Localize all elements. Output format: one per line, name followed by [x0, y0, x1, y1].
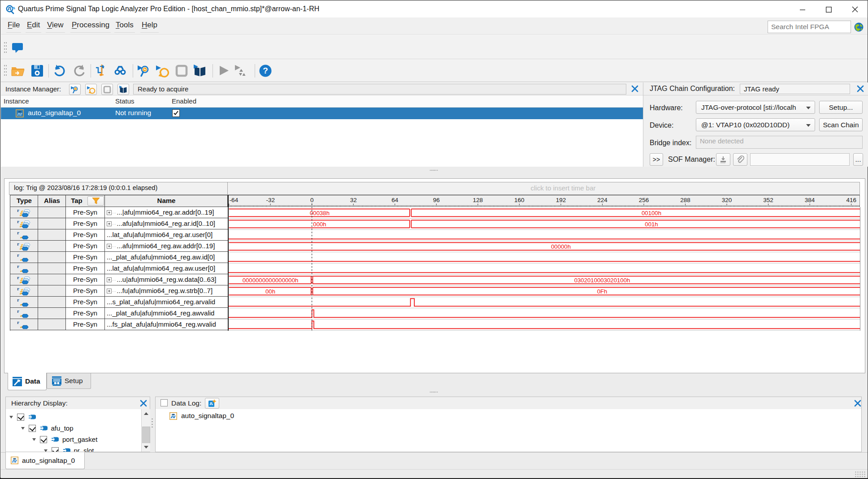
tree-node-afu_top[interactable]: afu_top	[21, 423, 74, 434]
toolbar-drag-handle[interactable]	[4, 41, 7, 55]
data-log-checkbox[interactable]	[161, 399, 168, 406]
tree-node-port_gasket[interactable]: port_gasket	[32, 434, 97, 445]
column-header-name[interactable]: Name	[105, 197, 228, 204]
sof-attach-button[interactable]	[733, 153, 747, 166]
search-input[interactable]	[768, 21, 851, 33]
instance-row[interactable]: auto_signaltap_0 Not running	[1, 108, 643, 119]
signal-row[interactable]: rPre-Syn··...afu|mmio64_reg.aw.addr[0..1…	[10, 241, 228, 252]
tab-setup[interactable]: Setup	[47, 373, 91, 389]
stop-icon[interactable]	[174, 63, 189, 78]
scroll-up-icon[interactable]	[142, 410, 150, 418]
menu-view[interactable]: View	[47, 21, 64, 30]
redo-icon[interactable]	[72, 63, 87, 78]
scrollbar-thumb[interactable]	[142, 427, 150, 444]
signal-name-cell[interactable]: ...lat_afu|afu|mmio64_reg.aw.user[0]	[105, 263, 228, 274]
device-select[interactable]: @1: VTAP10 (0x020D10DD)	[696, 118, 815, 131]
signal-name-cell[interactable]: ··...afu|mmio64_reg.aw.addr[0..19]	[105, 241, 228, 251]
signal-alias[interactable]	[38, 285, 66, 296]
stop-analysis-button[interactable]	[101, 84, 113, 95]
save-icon[interactable]	[30, 63, 45, 78]
maximize-button[interactable]	[819, 4, 838, 15]
signal-row[interactable]: rPre-Syn...lat_afu|afu|mmio64_reg.aw.use…	[10, 263, 228, 274]
sof-browse-button[interactable]: ...	[853, 153, 863, 166]
expand-icon[interactable]	[107, 289, 112, 293]
signal-row[interactable]: rPre-Syn··...|afu|mmio64_reg.ar.addr[0..…	[10, 207, 228, 218]
enabled-checkbox[interactable]	[172, 109, 180, 117]
tree-checkbox[interactable]	[17, 414, 24, 421]
scroll-down-icon[interactable]	[142, 443, 150, 451]
signal-alias[interactable]	[38, 252, 66, 263]
globe-icon[interactable]	[854, 22, 864, 32]
signal-row[interactable]: rPre-Syn..._plat_afu|afu|mmio64_reg.awva…	[10, 308, 228, 319]
instance-column-instance[interactable]: Instance	[4, 97, 29, 105]
expand-icon[interactable]	[107, 244, 112, 249]
instance-manager-close-icon[interactable]	[630, 84, 639, 93]
menu-processing[interactable]: Processing	[72, 21, 109, 30]
waveform-plot[interactable]: 00038h00100h000h001h00000h00000000000000…	[229, 203, 860, 332]
bridge-index-field[interactable]: None detected	[696, 136, 863, 149]
tree-node-pr_slot[interactable]: pr_slot	[44, 445, 94, 452]
signal-name-cell[interactable]: ··...|afu|mmio64_reg.ar.addr[0..19]	[105, 207, 228, 218]
signal-alias[interactable]	[38, 263, 66, 274]
rerun-analysis-button[interactable]	[85, 84, 97, 95]
minimize-button[interactable]	[793, 4, 812, 15]
title-bar[interactable]: Quartus Prime Signal Tap Logic Analyzer …	[1, 1, 868, 17]
tab-data[interactable]: Data	[8, 373, 47, 390]
horizontal-splitter-handle[interactable]	[430, 169, 438, 171]
read-data-button[interactable]	[117, 84, 129, 95]
column-header-tap[interactable]: Tap	[66, 197, 87, 204]
signal-row[interactable]: rPre-Syn...fs_plat_afu|afu|mmio64_reg.wv…	[10, 319, 228, 330]
find-icon[interactable]	[113, 63, 128, 78]
rerun-icon[interactable]	[155, 63, 170, 78]
jtag-close-icon[interactable]	[856, 84, 865, 93]
run-analysis-icon[interactable]	[136, 63, 152, 78]
close-button[interactable]	[845, 4, 865, 15]
signal-row[interactable]: rPre-Syn...s_plat_afu|afu|mmio64_reg.arv…	[10, 297, 228, 308]
name-wave-splitter[interactable]	[228, 195, 229, 331]
signal-row[interactable]: rPre-Syn..._plat_afu|afu|mmio64_reg.aw.i…	[10, 252, 228, 263]
timebar-cell[interactable]: click to insert time bar	[228, 182, 860, 195]
tab-auto-signaltap-0[interactable]: auto_signaltap_0	[5, 452, 85, 469]
run-analysis-button[interactable]	[69, 84, 81, 95]
caret-down-icon[interactable]	[9, 416, 13, 419]
signal-alias[interactable]	[38, 319, 66, 330]
signal-alias[interactable]	[38, 241, 66, 251]
signal-name-cell[interactable]: ...lat_afu|afu|mmio64_reg.ar.user[0]	[105, 229, 228, 240]
instance-column-enabled[interactable]: Enabled	[172, 97, 196, 105]
hierarchy-scrollbar[interactable]	[141, 409, 150, 452]
signal-alias[interactable]	[38, 308, 66, 319]
menu-file[interactable]: File	[8, 21, 20, 30]
expand-sof-button[interactable]: >>	[650, 153, 663, 166]
caret-down-icon[interactable]	[32, 438, 36, 441]
horizontal-splitter-handle-2[interactable]	[430, 391, 438, 393]
open-file-icon[interactable]	[10, 63, 26, 78]
expand-icon[interactable]	[107, 221, 112, 226]
data-log-close-icon[interactable]	[853, 399, 862, 408]
vertical-splitter-handle[interactable]	[151, 418, 153, 428]
signal-name-cell[interactable]: ...fs_plat_afu|afu|mmio64_reg.wvalid	[105, 319, 228, 330]
setup-button[interactable]: Setup...	[819, 101, 863, 114]
hardware-select[interactable]: JTAG-over-protocol [sti://localh	[696, 101, 815, 114]
signal-name-cell[interactable]: ..._plat_afu|afu|mmio64_reg.aw.id[0]	[105, 252, 228, 263]
expand-icon[interactable]	[107, 210, 112, 215]
run-all-icon[interactable]	[233, 63, 248, 78]
signal-alias[interactable]	[38, 218, 66, 229]
tree-checkbox[interactable]	[40, 436, 47, 443]
tree-node-root[interactable]	[9, 411, 39, 423]
signal-alias[interactable]	[38, 274, 66, 285]
menu-tools[interactable]: Tools	[116, 21, 134, 30]
data-log-item[interactable]: auto_signaltap_0	[169, 412, 234, 420]
signal-row[interactable]: rPre-Syn...lat_afu|afu|mmio64_reg.ar.use…	[10, 229, 228, 241]
expand-icon[interactable]	[107, 277, 112, 282]
column-header-alias[interactable]: Alias	[38, 197, 66, 204]
undo-icon[interactable]	[52, 63, 67, 78]
run-icon[interactable]	[216, 63, 231, 78]
signal-name-cell[interactable]: ··...fu|afu|mmio64_reg.w.strb[0..7]	[105, 285, 228, 296]
signal-alias[interactable]	[38, 297, 66, 307]
new-log-button[interactable]	[205, 398, 219, 409]
hierarchy-close-icon[interactable]	[139, 399, 148, 408]
instance-column-status[interactable]: Status	[115, 97, 135, 105]
signal-alias[interactable]	[38, 207, 66, 218]
signal-row[interactable]: rPre-Syn··...afu|afu|mmio64_reg.ar.id[0.…	[10, 218, 228, 229]
scan-chain-button[interactable]: Scan Chain	[819, 118, 863, 131]
